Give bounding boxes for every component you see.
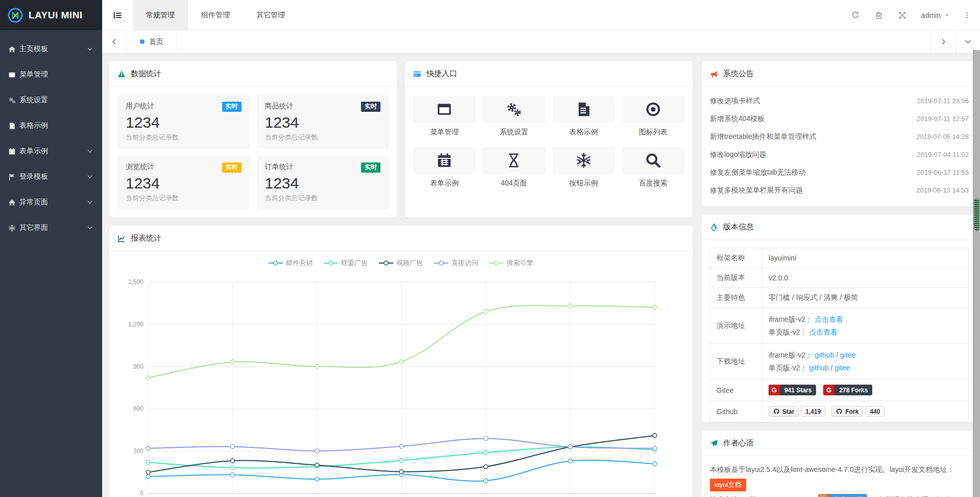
sidebar-item-3[interactable]: 表格示例 [0, 113, 102, 138]
active-tab-dot [140, 39, 145, 44]
stats-grid: 用户统计实时1234当前分类总记录数商品统计实时1234当前分类总记录数浏览统计… [109, 87, 397, 218]
svg-text:300: 300 [133, 447, 144, 455]
sidebar-item-7[interactable]: 其它界面 [0, 215, 102, 241]
notice-item-2[interactable]: 新增treetable插件和菜单管理样式2019-07-05 14:28 [710, 128, 969, 146]
refresh-icon[interactable] [844, 0, 867, 30]
link-点击查看[interactable]: 点击查看 [809, 328, 838, 336]
version-card: 版本信息 框架名称layuimini当前版本v2.0.0主要特色零门槛 / 响应… [702, 215, 977, 422]
brand-title: LAYUI MINI [29, 10, 83, 21]
topbar-tabs: 常规管理组件管理其它管理 [133, 0, 298, 30]
content-left-column: 数据统计 用户统计实时1234当前分类总记录数商品统计实时1234当前分类总记录… [109, 61, 692, 497]
notice-item-0[interactable]: 修改选项卡样式2019-07-11 23:06 [710, 92, 969, 110]
sidebar-item-4[interactable]: 表单示例 [0, 138, 102, 164]
legend-item-3[interactable]: 直接访问 [434, 258, 478, 268]
notice-time: 2019-07-11 12:57 [917, 115, 969, 123]
legend-marker-icon [434, 261, 448, 266]
layui-logo-icon [7, 7, 23, 23]
vertical-scrollbar[interactable] [973, 50, 980, 497]
legend-item-0[interactable]: 邮件营销 [269, 258, 313, 268]
fullscreen-icon[interactable] [891, 0, 914, 30]
status-badge: 实时 [361, 162, 380, 173]
file-icon [8, 122, 19, 130]
quick-entry-5[interactable]: 404页面 [483, 147, 545, 188]
notice-item-5[interactable]: 修复多模块菜单栏展开有问题2019-06-13 14:53 [710, 181, 969, 199]
github-star-button[interactable]: Star [769, 406, 799, 417]
qq-join-badge[interactable]: 加入QQ群 [818, 494, 868, 497]
notice-item-3[interactable]: 修改logo缩放问题2019-07-04 11:02 [710, 146, 969, 163]
topbar-tab-2[interactable]: 其它管理 [243, 0, 298, 30]
gitee-badge[interactable]: G941 Stars [769, 385, 816, 395]
layui-doc-badge[interactable]: layui文档 [710, 479, 746, 491]
link-github[interactable]: github [809, 364, 828, 372]
sidebar-item-6[interactable]: 异常页面 [0, 190, 102, 215]
window-icon [8, 70, 19, 79]
topbar-tab-1[interactable]: 组件管理 [188, 0, 243, 30]
author-card: 作者心语 本模板基于layui2.5.4以及font-awesome-4.7.0… [702, 431, 977, 497]
notice-item-1[interactable]: 新增系统404模板2019-07-11 12:57 [710, 110, 969, 128]
sidebar-item-2[interactable]: 系统设置 [0, 87, 102, 113]
clear-cache-trash-icon[interactable] [867, 0, 891, 30]
sidebar-item-label: 异常页面 [19, 198, 87, 207]
notice-time: 2019-06-17 11:55 [917, 169, 969, 176]
quick-entry-6[interactable]: 按钮示例 [553, 147, 615, 188]
legend-item-4[interactable]: 搜索引擎 [489, 258, 533, 268]
notice-text: 修复左侧菜单缩放tab无法移动 [710, 168, 805, 177]
sidebar-item-5[interactable]: 登录模板 [0, 164, 102, 190]
sidebar: LAYUI MINI 主页模板菜单管理系统设置表格示例表单示例登录模板异常页面其… [0, 0, 102, 497]
calendar-icon [413, 147, 475, 174]
sidebar-item-1[interactable]: 菜单管理 [0, 62, 102, 87]
version-row-1: 当前版本v2.0.0 [710, 268, 969, 288]
quick-entry-4[interactable]: 表单示例 [413, 147, 475, 188]
quick-entry-label: 表格示例 [553, 128, 615, 137]
quick-entry-grid: 菜单管理系统设置表格示例图标列表表单示例404页面按钮示例百度搜索 [405, 87, 692, 197]
tab-scroll-left-icon[interactable] [102, 31, 127, 53]
stats-card-title: 数据统计 [131, 69, 161, 79]
link-点击查看[interactable]: 点击查看 [815, 315, 843, 323]
link-gitee[interactable]: gitee [834, 364, 850, 372]
notice-card-title: 系统公告 [723, 69, 754, 79]
legend-item-1[interactable]: 联盟广告 [324, 258, 368, 268]
menu-toggle-icon[interactable] [102, 0, 133, 30]
svg-text:1,500: 1,500 [128, 278, 144, 286]
version-row-6: GithubStar1,419Fork440 [710, 401, 969, 422]
user-dropdown[interactable]: admin [914, 0, 957, 30]
version-row-0: 框架名称layuimini [710, 248, 969, 268]
link-github[interactable]: github [815, 351, 834, 359]
home-icon [8, 198, 19, 206]
tab-menu-chevron-down-icon[interactable] [955, 31, 980, 53]
gitee-badge[interactable]: G278 Forks [823, 385, 872, 395]
notice-item-4[interactable]: 修复左侧菜单缩放tab无法移动2019-06-17 11:55 [710, 163, 969, 181]
warning-triangle-icon [117, 70, 126, 78]
home-icon [8, 45, 19, 53]
github-icon [773, 408, 780, 415]
legend-item-2[interactable]: 视频广告 [379, 258, 423, 268]
sidebar-item-0[interactable]: 主页模板 [0, 36, 102, 62]
brand-logo[interactable]: LAYUI MINI [0, 0, 102, 30]
more-ellipsis-icon[interactable] [957, 0, 977, 30]
tab-home[interactable]: 首页 [127, 31, 177, 53]
stat-caption: 当前分类总记录数 [265, 194, 381, 203]
topbar-tab-0[interactable]: 常规管理 [133, 0, 188, 30]
scrollbar-thumb[interactable] [974, 198, 979, 231]
tab-scroll-right-icon[interactable] [931, 31, 955, 53]
notice-time: 2019-06-13 14:53 [916, 186, 969, 194]
page-content: 数据统计 用户统计实时1234当前分类总记录数商品统计实时1234当前分类总记录… [102, 53, 980, 497]
sidebar-item-label: 系统设置 [19, 96, 94, 105]
sidebar-item-label: 表单示例 [19, 147, 87, 156]
github-fork-count: 440 [865, 406, 885, 417]
quick-entry-3[interactable]: 图标列表 [622, 96, 684, 137]
github-star-count: 1,419 [801, 406, 825, 417]
quick-entry-1[interactable]: 系统设置 [483, 96, 545, 137]
legend-marker-icon [324, 261, 338, 266]
link-gitee[interactable]: gitee [840, 351, 855, 359]
github-fork-button[interactable]: Fork [831, 406, 863, 417]
snowflake-icon [8, 224, 19, 232]
notice-text: 新增treetable插件和菜单管理样式 [710, 132, 816, 141]
quick-entry-2[interactable]: 表格示例 [553, 96, 615, 137]
version-row-3: 演示地址iframe版-v2： 点击查看单页版-v2： 点击查看 [710, 308, 969, 344]
quick-entry-0[interactable]: 菜单管理 [413, 96, 475, 137]
app-root: LAYUI MINI 主页模板菜单管理系统设置表格示例表单示例登录模板异常页面其… [0, 0, 980, 497]
quick-entry-7[interactable]: 百度搜索 [622, 147, 684, 188]
card-icon [413, 70, 421, 78]
notice-list: 修改选项卡样式2019-07-11 23:06新增系统404模板2019-07-… [702, 87, 977, 206]
